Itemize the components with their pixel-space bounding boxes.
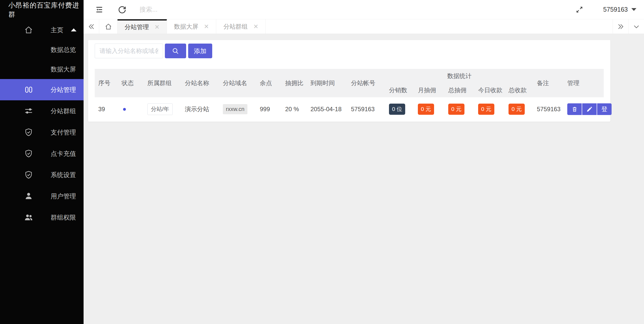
- cell-site-name: 演示分站: [181, 97, 219, 121]
- col-header-distributors: 分销数: [385, 83, 414, 97]
- sidebar-item-user-management[interactable]: 用户管理: [0, 185, 84, 207]
- sidebar-item-label: 数据大屏: [51, 65, 76, 73]
- caret-up-icon: [71, 28, 76, 31]
- close-icon[interactable]: ✕: [204, 24, 209, 30]
- sidebar-item-label: 用户管理: [51, 192, 76, 200]
- sidebar-item-label: 分站群组: [51, 107, 76, 115]
- cell-group: 分站/年: [144, 97, 181, 121]
- cell-month-commission: 0 元: [414, 97, 445, 121]
- row-actions: 登: [567, 103, 612, 115]
- sidebar-item-label: 支付管理: [51, 128, 76, 137]
- pencil-icon: [586, 106, 593, 112]
- col-header-remark: 备注: [533, 69, 564, 97]
- sliders-icon: [24, 106, 37, 116]
- col-header-site-name: 分站名称: [181, 69, 219, 97]
- col-header-total-commission: 总抽佣: [445, 83, 475, 97]
- cell-expire: 2055-04-18: [307, 97, 347, 121]
- toolbar: 添加: [95, 44, 604, 58]
- app-title: 小昂裕的百宝库付费进群: [0, 0, 84, 20]
- sidebar-item-label: 分站管理: [51, 86, 76, 94]
- sidebar-item-system-settings[interactable]: 系统设置: [0, 164, 84, 185]
- sidebar-item-payment-management[interactable]: 支付管理: [0, 122, 84, 143]
- global-search-input[interactable]: [140, 6, 246, 13]
- tabs-menu-button[interactable]: [628, 19, 644, 34]
- site-list-card: 添加 序号 状态 所属群组 分站名称 分站域名 余点 抽拥比 到期时间 分站帐号…: [88, 40, 610, 122]
- tab-label: 分站管理: [125, 23, 149, 31]
- col-header-status: 状态: [118, 69, 144, 97]
- sidebar-item-label: 点卡充值: [51, 149, 76, 158]
- tab-bar: 分站管理 ✕ 数据大屏 ✕ 分站群组 ✕: [84, 19, 644, 34]
- sidebar-item-label: 群组权限: [51, 213, 76, 222]
- fullscreen-icon[interactable]: [575, 6, 583, 14]
- home-tab-button[interactable]: [99, 19, 118, 34]
- distributors-badge: 0 位: [389, 104, 405, 115]
- today-income-badge: 0 元: [478, 104, 494, 115]
- col-header-account: 分站帐号: [347, 69, 385, 97]
- main-content: 添加 序号 状态 所属群组 分站名称 分站域名 余点 抽拥比 到期时间 分站帐号…: [84, 34, 644, 324]
- cell-points: 999: [256, 97, 282, 121]
- col-header-ratio: 抽拥比: [282, 69, 307, 97]
- cell-total-income: 0 元: [505, 97, 533, 121]
- search-icon: [172, 47, 179, 55]
- status-dot: [123, 108, 126, 111]
- tabs-scroll-left-button[interactable]: [84, 19, 99, 34]
- user-menu[interactable]: 5759163: [603, 6, 636, 13]
- cell-total-commission: 0 元: [445, 97, 475, 121]
- sidebar-item-home[interactable]: 主页: [0, 20, 84, 40]
- cell-manage: 登: [564, 97, 612, 121]
- total-commission-badge: 0 元: [448, 104, 464, 115]
- total-income-badge: 0 元: [509, 104, 525, 115]
- col-header-manage: 管理: [564, 69, 604, 97]
- cell-remark: 5759163: [533, 97, 564, 121]
- sidebar-item-data-overview[interactable]: 数据总览: [0, 40, 84, 60]
- col-header-total-income: 总收款: [505, 83, 533, 97]
- login-button[interactable]: 登: [597, 103, 612, 115]
- col-header-today-income: 今日收款: [475, 83, 505, 97]
- tab-data-screen[interactable]: 数据大屏 ✕: [167, 19, 216, 34]
- close-icon[interactable]: ✕: [253, 24, 258, 30]
- tab-site-management[interactable]: 分站管理 ✕: [118, 19, 167, 34]
- tab-site-groups[interactable]: 分站群组 ✕: [216, 19, 266, 34]
- col-header-domain: 分站域名: [219, 69, 256, 97]
- columns-chart-icon: [24, 85, 37, 94]
- sidebar-item-site-management[interactable]: 分站管理: [0, 79, 84, 100]
- top-bar: 5759163: [84, 0, 644, 19]
- table-header: 序号 状态 所属群组 分站名称 分站域名 余点 抽拥比 到期时间 分站帐号 数据…: [95, 69, 604, 97]
- delete-button[interactable]: [567, 103, 582, 115]
- trash-icon: [571, 106, 578, 112]
- col-header-expire: 到期时间: [307, 69, 347, 97]
- shield-check-icon: [24, 149, 37, 158]
- cell-account: 5759163: [347, 97, 385, 121]
- sidebar-item-data-screen[interactable]: 数据大屏: [0, 60, 84, 79]
- group-tag: 分站/年: [147, 103, 173, 115]
- tab-label: 数据大屏: [174, 23, 198, 31]
- users-icon: [24, 213, 37, 222]
- add-button[interactable]: 添加: [188, 44, 212, 58]
- close-icon[interactable]: ✕: [154, 24, 160, 30]
- sidebar-item-site-groups[interactable]: 分站群组: [0, 100, 84, 122]
- sidebar-item-label: 主页: [51, 26, 63, 34]
- search-button[interactable]: [165, 44, 186, 58]
- col-header-stats-group: 数据统计: [385, 69, 533, 83]
- cell-status: [118, 97, 144, 121]
- sidebar-item-group-permissions[interactable]: 群组权限: [0, 207, 84, 228]
- tabs-scroll-right-button[interactable]: [613, 19, 628, 34]
- caret-down-icon: [631, 8, 636, 11]
- col-header-index: 序号: [95, 69, 118, 97]
- edit-button[interactable]: [582, 103, 597, 115]
- sidebar: 小昂裕的百宝库付费进群 主页 数据总览 数据大屏 分站管理 分站群组 支付管理: [0, 0, 84, 324]
- col-header-points: 余点: [256, 69, 282, 97]
- site-search-input[interactable]: [95, 44, 163, 58]
- sidebar-item-card-recharge[interactable]: 点卡充值: [0, 143, 84, 164]
- home-icon: [24, 25, 37, 34]
- sidebar-item-label: 系统设置: [51, 171, 76, 179]
- domain-tag: rxxw.cn: [223, 104, 247, 114]
- table-row: 39 分站/年 演示分站 rxxw.cn 999 20 % 2055-04-18…: [95, 97, 604, 121]
- username: 5759163: [603, 6, 628, 13]
- cell-index: 39: [95, 97, 118, 121]
- shield-check-icon: [24, 170, 37, 179]
- tab-label: 分站群组: [223, 23, 248, 31]
- refresh-icon[interactable]: [118, 5, 126, 14]
- col-header-month-commission: 月抽佣: [414, 83, 445, 97]
- menu-fold-icon[interactable]: [95, 5, 104, 14]
